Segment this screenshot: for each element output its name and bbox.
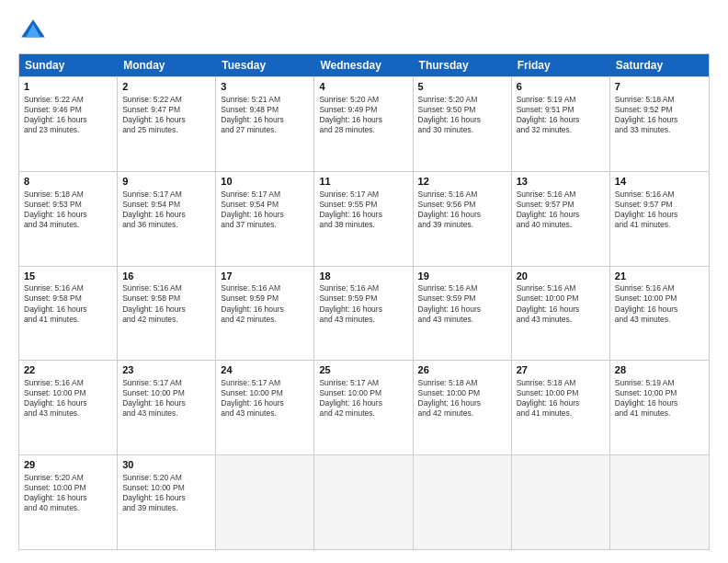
cell-line: Sunrise: 5:16 AM <box>221 283 309 293</box>
cell-line: Sunrise: 5:16 AM <box>418 190 506 200</box>
calendar-cell-5: 5Sunrise: 5:20 AMSunset: 9:50 PMDaylight… <box>414 77 512 171</box>
cell-line: Sunrise: 5:17 AM <box>319 378 407 388</box>
cell-line: Sunset: 10:00 PM <box>24 483 112 493</box>
calendar-row-1: 1Sunrise: 5:22 AMSunset: 9:46 PMDaylight… <box>19 76 709 171</box>
calendar-cell-27: 27Sunrise: 5:18 AMSunset: 10:00 PMDaylig… <box>512 361 610 454</box>
cell-line: and 42 minutes. <box>122 315 210 325</box>
calendar-cell-19: 19Sunrise: 5:16 AMSunset: 9:59 PMDayligh… <box>414 267 512 361</box>
calendar-cell-15: 15Sunrise: 5:16 AMSunset: 9:58 PMDayligh… <box>19 267 118 361</box>
cell-line: and 43 minutes. <box>122 408 210 419</box>
cell-line: Sunrise: 5:22 AM <box>122 95 210 105</box>
calendar-row-4: 22Sunrise: 5:16 AMSunset: 10:00 PMDaylig… <box>19 360 709 454</box>
cell-line: Sunset: 9:56 PM <box>418 200 506 210</box>
cell-line: Daylight: 16 hours <box>221 115 309 125</box>
calendar-cell-25: 25Sunrise: 5:17 AMSunset: 10:00 PMDaylig… <box>314 361 413 454</box>
cell-line: and 43 minutes. <box>221 408 309 419</box>
calendar-cell-17: 17Sunrise: 5:16 AMSunset: 9:59 PMDayligh… <box>216 267 314 361</box>
cell-line: Sunrise: 5:18 AM <box>615 95 704 105</box>
logo-icon <box>18 17 48 46</box>
calendar-cell-1: 1Sunrise: 5:22 AMSunset: 9:46 PMDaylight… <box>19 77 118 171</box>
cell-line: and 32 minutes. <box>517 125 605 135</box>
calendar-cell-empty <box>512 455 610 549</box>
cell-line: Sunrise: 5:17 AM <box>221 378 309 388</box>
cell-line: Sunset: 9:57 PM <box>517 200 605 210</box>
calendar-cell-11: 11Sunrise: 5:17 AMSunset: 9:55 PMDayligh… <box>314 172 413 266</box>
cell-line: and 42 minutes. <box>418 408 506 419</box>
cell-line: Sunrise: 5:16 AM <box>122 283 210 293</box>
day-number: 1 <box>24 80 112 94</box>
cell-line: Sunset: 9:59 PM <box>319 293 407 304</box>
cell-line: Sunrise: 5:16 AM <box>517 190 605 200</box>
cell-line: Daylight: 16 hours <box>122 493 210 503</box>
calendar-cell-28: 28Sunrise: 5:19 AMSunset: 10:00 PMDaylig… <box>610 361 709 454</box>
calendar-cell-9: 9Sunrise: 5:17 AMSunset: 9:54 PMDaylight… <box>118 172 216 266</box>
cell-line: and 43 minutes. <box>517 315 605 325</box>
calendar-cell-empty <box>216 455 314 549</box>
cell-line: Daylight: 16 hours <box>319 210 407 220</box>
calendar-cell-16: 16Sunrise: 5:16 AMSunset: 9:58 PMDayligh… <box>118 267 216 361</box>
cell-line: Sunrise: 5:18 AM <box>24 190 112 200</box>
cell-line: Sunset: 9:51 PM <box>517 105 605 115</box>
calendar-cell-12: 12Sunrise: 5:16 AMSunset: 9:56 PMDayligh… <box>414 172 512 266</box>
cell-line: Sunset: 9:50 PM <box>418 105 506 115</box>
logo <box>18 17 51 46</box>
cell-line: and 30 minutes. <box>418 125 506 135</box>
calendar-cell-6: 6Sunrise: 5:19 AMSunset: 9:51 PMDaylight… <box>512 77 610 171</box>
day-number: 4 <box>319 80 407 94</box>
cell-line: Sunset: 9:58 PM <box>24 293 112 304</box>
cell-line: Sunrise: 5:18 AM <box>517 378 605 388</box>
cell-line: Sunrise: 5:16 AM <box>418 283 506 293</box>
calendar-cell-7: 7Sunrise: 5:18 AMSunset: 9:52 PMDaylight… <box>610 77 709 171</box>
cell-line: and 39 minutes. <box>418 220 506 230</box>
calendar-cell-26: 26Sunrise: 5:18 AMSunset: 10:00 PMDaylig… <box>414 361 512 454</box>
day-number: 29 <box>24 458 112 472</box>
cell-line: Daylight: 16 hours <box>319 115 407 125</box>
calendar-cell-13: 13Sunrise: 5:16 AMSunset: 9:57 PMDayligh… <box>512 172 610 266</box>
calendar-cell-3: 3Sunrise: 5:21 AMSunset: 9:48 PMDaylight… <box>216 77 314 171</box>
calendar-cell-empty <box>610 455 709 549</box>
cell-line: Sunrise: 5:16 AM <box>517 283 605 293</box>
calendar: SundayMondayTuesdayWednesdayThursdayFrid… <box>18 53 710 550</box>
day-number: 23 <box>122 363 210 377</box>
cell-line: Sunrise: 5:16 AM <box>615 190 704 200</box>
day-number: 28 <box>615 363 704 377</box>
cell-line: and 42 minutes. <box>221 315 309 325</box>
cell-line: Sunset: 10:00 PM <box>319 388 407 398</box>
cell-line: Daylight: 16 hours <box>615 304 704 315</box>
cell-line: Sunset: 10:00 PM <box>517 388 605 398</box>
cell-line: Daylight: 16 hours <box>418 304 506 315</box>
day-number: 20 <box>517 270 605 283</box>
cell-line: and 23 minutes. <box>24 125 112 135</box>
day-number: 30 <box>122 458 210 472</box>
cell-line: Sunset: 10:00 PM <box>221 388 309 398</box>
cell-line: Daylight: 16 hours <box>418 398 506 408</box>
cell-line: and 28 minutes. <box>319 125 407 135</box>
cell-line: Sunrise: 5:17 AM <box>221 190 309 200</box>
cell-line: Sunset: 9:57 PM <box>615 200 704 210</box>
header-day-friday: Friday <box>512 54 610 76</box>
cell-line: and 25 minutes. <box>122 125 210 135</box>
cell-line: and 41 minutes. <box>517 408 605 419</box>
calendar-cell-empty <box>314 455 413 549</box>
cell-line: Sunrise: 5:20 AM <box>24 473 112 483</box>
calendar-cell-22: 22Sunrise: 5:16 AMSunset: 10:00 PMDaylig… <box>19 361 118 454</box>
day-number: 6 <box>517 80 605 94</box>
cell-line: and 42 minutes. <box>319 408 407 419</box>
day-number: 2 <box>122 80 210 94</box>
calendar-cell-18: 18Sunrise: 5:16 AMSunset: 9:59 PMDayligh… <box>314 267 413 361</box>
cell-line: Sunrise: 5:17 AM <box>319 190 407 200</box>
cell-line: Daylight: 16 hours <box>418 210 506 220</box>
header <box>18 17 710 46</box>
cell-line: Daylight: 16 hours <box>221 210 309 220</box>
cell-line: Sunrise: 5:22 AM <box>24 95 112 105</box>
calendar-row-3: 15Sunrise: 5:16 AMSunset: 9:58 PMDayligh… <box>19 266 709 361</box>
cell-line: Sunset: 9:48 PM <box>221 105 309 115</box>
cell-line: Sunset: 9:59 PM <box>221 293 309 304</box>
calendar-header: SundayMondayTuesdayWednesdayThursdayFrid… <box>19 54 709 76</box>
cell-line: Daylight: 16 hours <box>122 398 210 408</box>
calendar-cell-23: 23Sunrise: 5:17 AMSunset: 10:00 PMDaylig… <box>118 361 216 454</box>
header-day-sunday: Sunday <box>19 54 118 76</box>
cell-line: Daylight: 16 hours <box>221 398 309 408</box>
cell-line: and 34 minutes. <box>24 220 112 230</box>
cell-line: Sunset: 10:00 PM <box>615 388 704 398</box>
